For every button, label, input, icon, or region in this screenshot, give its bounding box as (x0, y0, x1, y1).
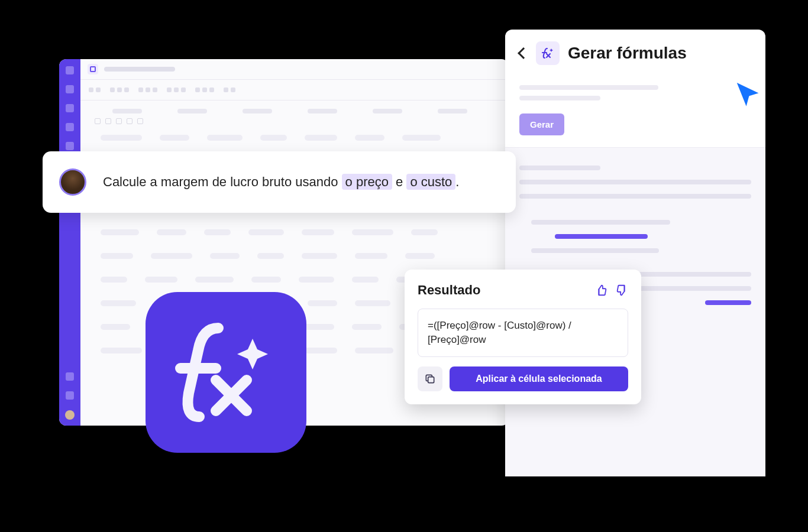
nav-search-icon[interactable] (66, 104, 74, 112)
fx-badge-icon (536, 41, 560, 65)
left-nav-rail (59, 59, 80, 426)
nav-home-icon[interactable] (66, 66, 74, 74)
prompt-token-price: o preço (342, 174, 392, 190)
sheet-title-placeholder (104, 67, 175, 72)
title-bar (80, 59, 509, 79)
toolbar (80, 79, 509, 100)
generate-formulas-panel: Gerar fórmulas Gerar (505, 30, 765, 476)
prompt-part: . (455, 174, 459, 189)
thumbs-up-icon[interactable] (595, 284, 608, 297)
back-button[interactable] (518, 47, 529, 59)
prompt-part: e (392, 174, 406, 189)
sheet-icon (88, 64, 98, 74)
thumbs-down-icon[interactable] (615, 284, 628, 297)
nav-folder-icon[interactable] (66, 123, 74, 131)
panel-title: Gerar fórmulas (568, 44, 687, 63)
copy-button[interactable] (418, 366, 442, 391)
placeholder-line (519, 96, 600, 100)
user-prompt-card: Calcule a margem de lucro bruto usando o… (43, 151, 516, 213)
feedback-buttons (595, 284, 628, 297)
svg-rect-6 (428, 377, 434, 382)
placeholder-line (519, 85, 658, 90)
nav-help-icon[interactable] (66, 391, 74, 400)
nav-item-icon[interactable] (66, 142, 74, 150)
formula-output: =([Preço]@row - [Custo]@row) / [Preço]@r… (418, 309, 628, 357)
copy-icon (424, 373, 436, 385)
cursor-pointer-icon (729, 76, 769, 116)
user-avatar (59, 168, 86, 196)
formula-feature-icon (146, 292, 306, 453)
nav-user-avatar[interactable] (65, 410, 75, 420)
prompt-part: Calcule a margem de lucro bruto usando (103, 174, 342, 189)
prompt-text: Calcule a margem de lucro bruto usando o… (103, 174, 459, 190)
panel-header: Gerar fórmulas (505, 30, 765, 74)
apply-to-cell-button[interactable]: Aplicar à célula selecionada (450, 366, 628, 391)
result-title: Resultado (418, 283, 480, 298)
nav-notifications-icon[interactable] (66, 85, 74, 93)
prompt-token-cost: o custo (406, 174, 455, 190)
nav-apps-icon[interactable] (66, 372, 74, 381)
panel-input-section: Gerar (505, 74, 765, 148)
result-header: Resultado (418, 283, 628, 298)
formula-result-card: Resultado =([Preço]@row - [Custo]@row) /… (405, 270, 641, 404)
generate-button[interactable]: Gerar (519, 113, 564, 135)
result-actions: Aplicar à célula selecionada (418, 366, 628, 391)
